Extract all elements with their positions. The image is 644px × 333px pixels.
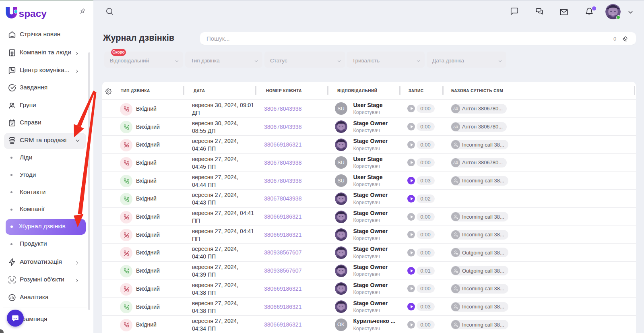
svg-text:spacy: spacy: [19, 8, 47, 19]
